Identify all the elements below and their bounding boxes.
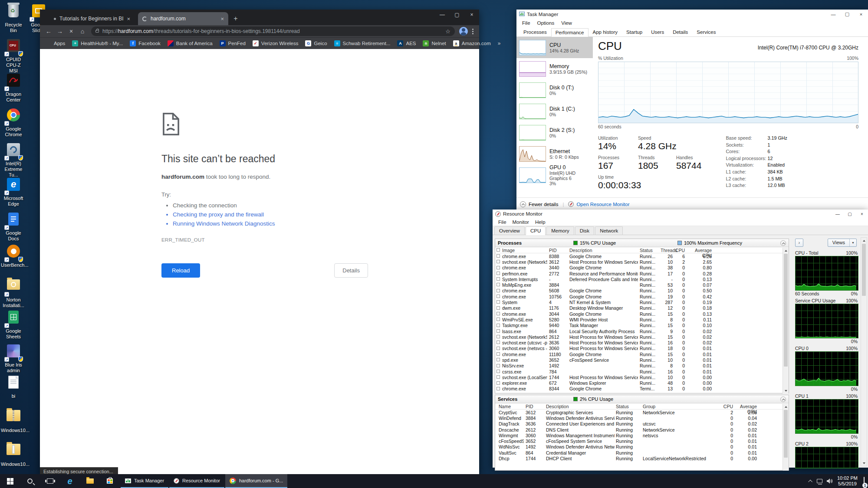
desktop-icon-doc[interactable]: bi xyxy=(1,374,26,399)
stop-icon[interactable]: × xyxy=(66,26,76,36)
table-row[interactable]: csrss.exe784Runni...1600.01 xyxy=(495,369,789,374)
row-checkbox[interactable] xyxy=(496,324,500,327)
desktop-icon-chrome[interactable]: ↗GoogleChrome xyxy=(1,107,26,138)
taskbar-app-tm[interactable]: Task Manager xyxy=(121,474,168,488)
row-checkbox[interactable] xyxy=(496,300,500,304)
collapse-chevron-icon[interactable] xyxy=(780,396,786,402)
tab-performance[interactable]: Performance xyxy=(551,28,589,37)
bookmark-item[interactable]: +HealthHub® - My... xyxy=(72,40,123,46)
table-row[interactable]: chrome.exe8344Google ChromeTermi...1300.… xyxy=(495,386,789,392)
column-header-cpu[interactable]: CPU xyxy=(712,404,733,409)
tab-network[interactable]: Network xyxy=(595,226,623,235)
start-button[interactable] xyxy=(0,474,20,488)
tab-services[interactable]: Services xyxy=(692,28,720,36)
table-row[interactable]: WdNisSvc1492Windows Defender Antivirus N… xyxy=(495,444,789,450)
table-row[interactable]: explorer.exe672Windows ExplorerRunni...4… xyxy=(495,380,789,386)
menu-item-options[interactable]: Options xyxy=(534,20,558,26)
table-row[interactable]: chrome.exe5608Google ChromeRunni...1000.… xyxy=(495,288,789,294)
column-header-threads[interactable]: Threads xyxy=(661,248,673,253)
tab-hardforum[interactable]: hardforum.com × xyxy=(138,12,228,25)
row-checkbox[interactable] xyxy=(496,341,500,344)
table-row[interactable]: DiagTrack3636Connected User Experiences … xyxy=(495,421,789,427)
menu-item-file[interactable]: File xyxy=(519,20,533,26)
minimize-button[interactable]: — xyxy=(435,10,450,20)
row-checkbox[interactable] xyxy=(496,283,500,286)
tm-sidebar-item-ethernet[interactable]: EthernetS: 0 R: 0 Kbps xyxy=(516,143,593,164)
new-tab-button[interactable]: + xyxy=(230,13,241,24)
close-button[interactable]: × xyxy=(854,10,868,19)
collapse-chevron-icon[interactable] xyxy=(780,240,786,246)
row-checkbox[interactable] xyxy=(496,381,500,385)
tab-memory[interactable]: Memory xyxy=(546,226,574,235)
error-suggestion-link[interactable]: Checking the proxy and the firewall xyxy=(173,211,368,218)
desktop-icon-sheets[interactable]: ↗GoogleSheets xyxy=(1,309,26,340)
select-all-checkbox[interactable] xyxy=(496,248,500,252)
column-header-description[interactable]: Description xyxy=(569,248,638,253)
views-dropdown[interactable]: Views ▼ xyxy=(828,239,857,247)
table-row[interactable]: chrome.exe10756Google ChromeRunni...1900… xyxy=(495,294,789,299)
minimize-button[interactable]: — xyxy=(826,10,840,19)
row-checkbox[interactable] xyxy=(496,364,500,367)
tab-overview[interactable]: Overview xyxy=(494,226,525,235)
table-row[interactable]: svchost.exe (LocalServiceNet...1744Host … xyxy=(495,374,789,380)
menu-item-monitor[interactable]: Monitor xyxy=(510,219,532,225)
row-checkbox[interactable] xyxy=(496,254,500,258)
desktop-icon-dragon[interactable]: ↗DragonCenter xyxy=(1,72,26,103)
table-row[interactable]: CryptSvc3612Cryptographic ServicesRunnin… xyxy=(495,409,789,415)
edge-taskbar-icon[interactable]: e xyxy=(60,474,80,488)
column-header-name[interactable]: Name xyxy=(499,404,524,409)
column-header-description[interactable]: Description xyxy=(546,404,615,409)
row-checkbox[interactable] xyxy=(496,289,500,292)
table-row[interactable]: Taskmgr.exe9440Task ManagerRunni...1500.… xyxy=(495,323,789,328)
store-taskbar-icon[interactable] xyxy=(100,474,120,488)
bookmark-item[interactable]: Apps xyxy=(45,40,65,46)
desktop-icon-recycle[interactable]: ♻Recycle Bin xyxy=(1,3,26,33)
services-scrollbar[interactable] xyxy=(783,404,789,471)
tm-sidebar-item-disk-0-t-[interactable]: Disk 0 (T:)0% xyxy=(516,79,593,101)
row-checkbox[interactable] xyxy=(496,352,500,356)
row-checkbox[interactable] xyxy=(496,306,500,310)
column-header-cpu[interactable]: CPU xyxy=(673,248,685,253)
desktop-icon-zipfolder[interactable]: Windows10... xyxy=(1,407,26,433)
table-row[interactable]: Winmgmt3060Windows Management Instrument… xyxy=(495,432,789,438)
table-row[interactable]: chrome.exe11180Google ChromeRunni...1500… xyxy=(495,351,789,357)
bookmark-item[interactable]: Bank of America xyxy=(168,40,213,46)
row-checkbox[interactable] xyxy=(496,295,500,298)
minimize-button[interactable]: — xyxy=(832,210,844,218)
menu-item-help[interactable]: Help xyxy=(532,219,549,225)
row-checkbox[interactable] xyxy=(496,335,500,338)
tab-tutorials[interactable]: Tutorials for Beginners in BIOS se × xyxy=(49,12,135,25)
action-center-button[interactable]: 1 xyxy=(864,477,865,485)
table-row[interactable]: svchost.exe (utcsvc -p)3636Host Process … xyxy=(495,340,789,345)
table-row[interactable]: svchost.exe (netsvcs -p)3060Host Process… xyxy=(495,346,789,351)
row-checkbox[interactable] xyxy=(496,387,500,390)
services-header[interactable]: Services 2% CPU Usage xyxy=(495,395,789,403)
column-header-pid[interactable]: PID xyxy=(549,248,567,253)
row-checkbox[interactable] xyxy=(496,312,500,315)
row-checkbox[interactable] xyxy=(496,375,500,379)
table-row[interactable]: Dhcp1744DHCP ClientRunningLocalServiceNe… xyxy=(495,455,789,461)
table-row[interactable]: lsass.exe864Local Security Authority Pro… xyxy=(495,328,789,334)
row-checkbox[interactable] xyxy=(496,266,500,269)
column-header-image[interactable]: Image xyxy=(502,248,547,253)
back-icon[interactable]: ← xyxy=(43,26,54,36)
profile-avatar[interactable] xyxy=(459,27,468,36)
open-resource-monitor-link[interactable]: Open Resource Monitor xyxy=(576,202,629,207)
tab-app-history[interactable]: App history xyxy=(589,28,622,36)
table-row[interactable]: cFosSpeedS3652cFosSpeed System ServiceRu… xyxy=(495,438,789,444)
reload-button[interactable]: Reload xyxy=(161,263,200,278)
row-checkbox[interactable] xyxy=(496,260,500,263)
column-header-status[interactable]: Status xyxy=(640,248,661,253)
tab-disk[interactable]: Disk xyxy=(575,226,594,235)
table-row[interactable]: dwm.exe1176Desktop Window ManagerRunni..… xyxy=(495,305,789,311)
column-header-pid[interactable]: PID xyxy=(526,404,544,409)
table-row[interactable]: WinDefend3884Windows Defender Antivirus … xyxy=(495,415,789,421)
bookmark-item[interactable]: fFacebook xyxy=(130,40,161,46)
address-bar[interactable]: https://hardforum.com/threads/tutorials-… xyxy=(91,26,455,36)
menu-kebab-icon[interactable] xyxy=(470,29,476,34)
bookmark-item[interactable]: PPenFed xyxy=(220,40,246,46)
table-row[interactable]: WmiPrvSE.exe5280WMI Provider HostRunni..… xyxy=(495,317,789,322)
fewer-details-button[interactable]: Fewer details xyxy=(529,202,558,207)
bookmark-item[interactable]: nNelnet xyxy=(423,40,446,46)
table-row[interactable]: MsMpEng.exe3884Runni...5300.07 xyxy=(495,282,789,288)
